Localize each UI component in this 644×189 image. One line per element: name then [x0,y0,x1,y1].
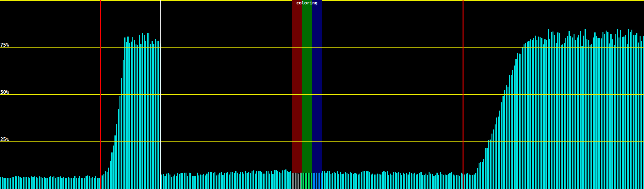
bar [580,31,581,189]
bar [403,173,404,189]
bar [79,176,80,189]
bar [113,146,114,189]
bar [305,173,306,189]
bar [189,173,190,189]
bar [206,174,207,189]
bar [638,43,639,189]
bar [351,173,352,189]
waveform-panel: 75% 50% 25% coloring [0,0,644,189]
bar [284,170,285,189]
bar [282,170,283,189]
bar [413,174,414,189]
bar [60,176,61,189]
bar [479,163,480,189]
bar [105,171,106,189]
bar [364,171,365,189]
bar [193,176,194,189]
bar [86,176,86,189]
bar [562,44,563,189]
bar [142,33,143,189]
bar [433,176,434,189]
bar [525,43,526,189]
bar [275,170,276,189]
bar [158,41,159,189]
bar [157,41,158,189]
bar [263,174,264,189]
bar [119,96,120,189]
bar [148,33,149,189]
bar [58,177,59,189]
bar [440,172,441,189]
bar [39,176,40,189]
bar [166,174,167,189]
bar [84,178,85,189]
bar [628,29,629,189]
event-marker-line-2 [160,0,161,189]
axis-label-50: 50% [0,90,9,94]
bar [438,175,439,189]
bar [485,148,486,189]
bar [493,129,494,189]
bar [586,39,587,189]
bar [459,176,460,189]
bar [37,178,38,189]
bar [583,36,584,189]
bar [61,178,62,189]
bar [538,37,539,189]
bar [272,174,273,189]
bar [287,171,288,189]
bar [129,43,130,189]
bar [358,175,359,189]
bar [330,174,331,189]
bar [517,53,518,189]
bar [641,41,642,189]
bar [441,174,442,189]
bar [288,172,289,189]
bar [190,173,191,189]
bar [174,175,175,189]
bar [367,171,368,189]
bar [551,32,552,189]
bar [380,175,381,189]
bar [395,172,396,189]
bar [640,36,641,189]
bar [385,172,386,189]
bar [606,31,607,189]
bar [404,174,405,189]
bar [126,42,127,189]
bar [569,31,569,189]
bar [25,177,25,189]
bar [34,176,35,189]
bar [420,172,421,189]
bar [636,33,637,189]
bar [609,43,610,189]
bar [511,75,512,189]
bar [163,174,164,189]
bar [42,178,43,189]
bar [411,173,412,189]
bar [377,174,378,189]
bar [222,175,223,189]
bar [519,54,520,189]
bar [16,176,17,189]
bar [182,173,183,189]
coloring-band-red [292,0,302,173]
bar [219,173,220,189]
bar [546,40,547,189]
bar [127,37,128,189]
bar [292,173,293,189]
bar [314,171,315,189]
bar [131,42,132,189]
bar [396,173,397,189]
bar [192,176,193,189]
bar [361,172,362,189]
bar [382,172,383,189]
bar [467,173,468,189]
bar [464,175,465,189]
bar [186,173,186,189]
bar [45,178,46,189]
bar [256,171,257,189]
bar [147,33,148,189]
bar [627,44,628,189]
bar [155,39,156,189]
